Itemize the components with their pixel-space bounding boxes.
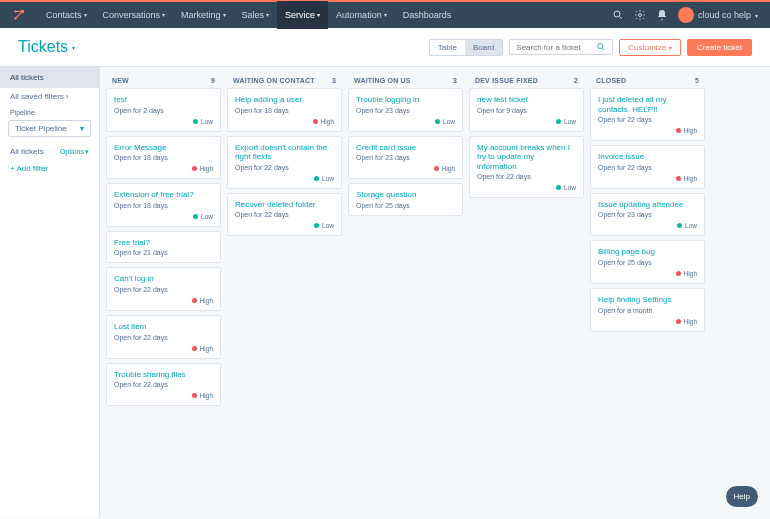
priority: High [114,345,213,352]
priority-dot-icon [314,223,319,228]
card-title: Trouble sharing files [114,370,213,380]
column-header: CLOSED5 [590,73,705,88]
priority: High [114,392,213,399]
ticket-card[interactable]: Recover deleted folderOpen for 22 daysLo… [227,193,342,237]
sidebar-all-tickets-row: All tickets Options ▾ [0,143,99,160]
hubspot-logo[interactable] [12,8,26,22]
column-count: 9 [211,77,215,84]
nav-item-marketing[interactable]: Marketing▾ [173,1,234,29]
ticket-card[interactable]: Credit card issueOpen for 23 daysHigh [348,136,463,180]
priority-dot-icon [676,128,681,133]
priority-dot-icon [434,166,439,171]
ticket-card[interactable]: Export doesn't contain the right fieldsO… [227,136,342,189]
column-count: 2 [574,77,578,84]
search-icon[interactable] [612,9,624,21]
priority: High [235,118,334,125]
priority: Low [598,222,697,229]
chevron-down-icon: ▾ [85,148,89,156]
column-count: 3 [453,77,457,84]
cards: new test ticketOpen for 9 daysLowMy acco… [469,88,584,198]
ticket-card[interactable]: Trouble sharing filesOpen for 22 daysHig… [106,363,221,407]
search-input[interactable] [516,43,596,52]
sidebar-saved-filters[interactable]: All saved filters › [0,88,99,105]
column-name: WAITING ON US [354,77,411,84]
priority-dot-icon [556,185,561,190]
nav-item-sales[interactable]: Sales▾ [234,1,278,29]
nav-item-contacts[interactable]: Contacts▾ [38,1,95,29]
ticket-card[interactable]: Trouble logging inOpen for 23 daysLow [348,88,463,132]
card-title: test [114,95,213,105]
svg-point-3 [614,11,620,17]
priority-dot-icon [192,393,197,398]
options-link[interactable]: Options ▾ [60,148,89,156]
ticket-card[interactable]: I just deleted all my contacts. HELP!!Op… [590,88,705,141]
ticket-card[interactable]: Help finding SettingsOpen for a monthHig… [590,288,705,332]
column-header: WAITING ON CONTACT3 [227,73,342,88]
priority: High [598,318,697,325]
card-title: I just deleted all my contacts. HELP!! [598,95,697,114]
card-title: Can't log in [114,274,213,284]
create-ticket-button[interactable]: Create ticket [687,39,752,56]
priority: Low [114,213,213,220]
card-subtitle: Open for 21 days [114,249,213,256]
gear-icon[interactable] [634,9,646,21]
priority-dot-icon [313,119,318,124]
column-name: CLOSED [596,77,626,84]
ticket-card[interactable]: Issue updating attendeeOpen for 23 daysL… [590,193,705,237]
add-filter-link[interactable]: + Add filter [0,160,99,177]
card-title: Lost item [114,322,213,332]
pipeline-select[interactable]: Ticket Pipeline ▾ [8,120,91,137]
nav-item-automation[interactable]: Automation▾ [328,1,395,29]
svg-point-5 [598,44,603,49]
page-title-dropdown[interactable]: Tickets ▾ [18,38,75,56]
card-subtitle: Open for 22 days [598,116,697,123]
customize-button[interactable]: Customize ▾ [619,39,681,56]
card-subtitle: Open for 22 days [477,173,576,180]
ticket-card[interactable]: testOpen for 2 daysLow [106,88,221,132]
ticket-card[interactable]: Extension of free trial?Open for 18 days… [106,183,221,227]
nav-item-service[interactable]: Service▾ [277,1,328,29]
card-subtitle: Open for 25 days [356,202,455,209]
priority-dot-icon [435,119,440,124]
ticket-card[interactable]: My account breaks when I try to update m… [469,136,584,199]
ticket-card[interactable]: Lost itemOpen for 22 daysHigh [106,315,221,359]
priority-dot-icon [556,119,561,124]
card-subtitle: Open for 22 days [114,381,213,388]
view-table-button[interactable]: Table [430,40,465,55]
search-icon[interactable] [596,42,606,52]
column-header: NEW9 [106,73,221,88]
help-fab[interactable]: Help [726,486,758,507]
card-title: Recover deleted folder [235,200,334,210]
avatar [678,7,694,23]
nav-item-conversations[interactable]: Conversations▾ [95,1,174,29]
ticket-card[interactable]: Storage questionOpen for 25 days [348,183,463,216]
search-wrap [509,39,613,55]
view-board-button[interactable]: Board [465,40,502,55]
sidebar-all-tickets[interactable]: All tickets [0,67,99,88]
column-count: 3 [332,77,336,84]
ticket-card[interactable]: Free trial?Open for 21 days [106,231,221,264]
page-header: Tickets ▾ Table Board Customize ▾ Create… [0,28,770,67]
card-title: Billing page bug [598,247,697,257]
card-subtitle: Open for 2 days [114,107,213,114]
card-subtitle: Open for 25 days [598,259,697,266]
priority: High [598,270,697,277]
ticket-card[interactable]: Can't log inOpen for 22 daysHigh [106,267,221,311]
card-title: Storage question [356,190,455,200]
column: NEW9testOpen for 2 daysLowError MessageO… [106,73,221,512]
chevron-down-icon: ▾ [317,1,320,29]
ticket-card[interactable]: Billing page bugOpen for 25 daysHigh [590,240,705,284]
card-title: Help adding a user [235,95,334,105]
ticket-card[interactable]: Help adding a userOpen for 18 daysHigh [227,88,342,132]
ticket-card[interactable]: Error MessageOpen for 18 daysHigh [106,136,221,180]
bell-icon[interactable] [656,9,668,21]
card-title: Extension of free trial? [114,190,213,200]
user-menu[interactable]: cloud co help ▾ [678,7,758,23]
ticket-card[interactable]: Invoice issueOpen for 22 daysHigh [590,145,705,189]
priority: High [598,127,697,134]
card-title: Trouble logging in [356,95,455,105]
card-subtitle: Open for 18 days [235,107,334,114]
nav-item-dashboards[interactable]: Dashboards [395,1,460,29]
priority-dot-icon [192,346,197,351]
ticket-card[interactable]: new test ticketOpen for 9 daysLow [469,88,584,132]
